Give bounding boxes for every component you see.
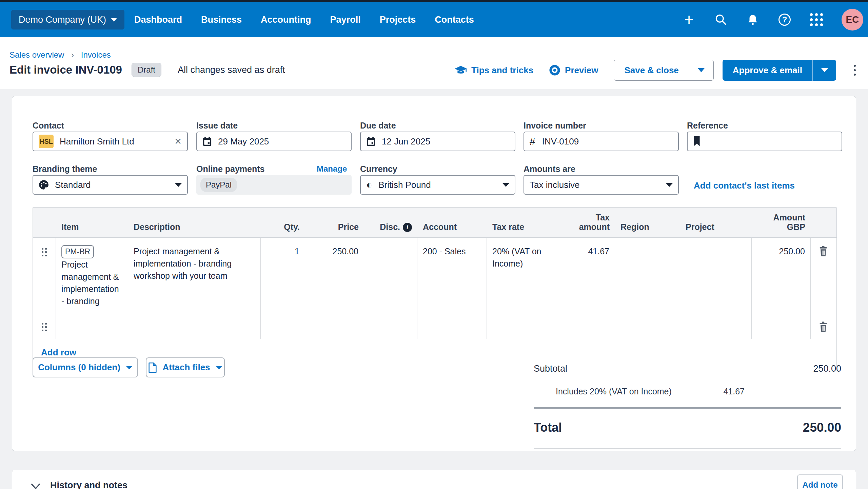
account-cell[interactable]: [417, 315, 487, 339]
save-options-dropdown[interactable]: [689, 60, 713, 80]
price-cell[interactable]: [305, 315, 364, 339]
info-icon[interactable]: i: [403, 223, 412, 232]
nav-contacts[interactable]: Contacts: [435, 15, 474, 25]
currency-value: British Pound: [378, 180, 431, 190]
issue-date-label: Issue date: [196, 121, 238, 131]
manage-payments-link[interactable]: Manage: [317, 164, 347, 174]
invoice-number-field[interactable]: # INV-0109: [524, 132, 679, 151]
notifications-icon[interactable]: [746, 13, 760, 26]
save-and-close-button[interactable]: Save & close: [614, 60, 689, 80]
tax-amount-cell[interactable]: [562, 315, 615, 339]
chevron-down-icon: [111, 18, 117, 22]
more-options-kebab-menu[interactable]: [852, 63, 858, 78]
table-row-empty: [33, 315, 836, 339]
nav-business[interactable]: Business: [201, 15, 242, 25]
region-cell[interactable]: [615, 315, 680, 339]
discount-header: Disc. i: [364, 208, 417, 237]
currency-select[interactable]: ◐ British Pound: [360, 175, 515, 195]
reference-field[interactable]: [687, 132, 842, 151]
breadcrumb-sales-overview[interactable]: Sales overview: [9, 50, 64, 59]
item-name: Project management & implementation - br…: [61, 260, 119, 306]
drag-handle[interactable]: [33, 238, 56, 315]
discount-header-label: Disc.: [380, 222, 400, 232]
nav-projects[interactable]: Projects: [380, 15, 416, 25]
project-cell[interactable]: [680, 315, 752, 339]
invoice-number-label: Invoice number: [524, 121, 586, 131]
totals-bottom-rule: [534, 448, 841, 449]
branding-theme-select[interactable]: Standard: [33, 175, 188, 195]
add-row-link[interactable]: Add row: [41, 347, 76, 357]
account-cell[interactable]: 200 - Sales: [417, 238, 487, 315]
region-cell[interactable]: [615, 238, 680, 315]
autosave-status: All changes saved as draft: [178, 65, 285, 75]
chevron-down-icon: [502, 183, 509, 187]
tips-label: Tips and tricks: [471, 65, 533, 76]
attach-files-button[interactable]: Attach files: [146, 357, 225, 377]
add-note-button[interactable]: Add note: [797, 474, 843, 489]
item-cell[interactable]: [56, 315, 128, 339]
columns-button[interactable]: Columns (0 hidden): [33, 357, 138, 377]
page-header: Sales overview › Invoices Edit invoice I…: [0, 37, 868, 89]
drag-handle[interactable]: [33, 315, 56, 339]
breadcrumb-invoices[interactable]: Invoices: [81, 50, 111, 59]
totals-section: Subtotal 250.00 Includes 20% (VAT on Inc…: [534, 364, 841, 449]
nav-dashboard[interactable]: Dashboard: [134, 15, 182, 25]
discount-cell[interactable]: [364, 238, 417, 315]
description-cell[interactable]: Project management & implementation - br…: [128, 238, 261, 315]
clear-contact-icon[interactable]: ✕: [174, 136, 182, 147]
apps-grid-icon[interactable]: [810, 13, 823, 26]
chevron-down-icon: [666, 183, 673, 187]
qty-cell[interactable]: 1: [261, 238, 305, 315]
create-new-icon[interactable]: +: [682, 13, 696, 26]
contact-value: Hamilton Smith Ltd: [60, 136, 134, 147]
bookmark-icon: [693, 136, 701, 146]
delete-column-header: [811, 208, 836, 237]
chevron-down-icon: [175, 183, 182, 187]
tax-rate-cell[interactable]: 20% (VAT on Income): [487, 238, 562, 315]
qty-cell[interactable]: [261, 315, 305, 339]
delete-row-button[interactable]: [811, 238, 836, 315]
help-icon[interactable]: ?: [778, 13, 791, 26]
project-cell[interactable]: [680, 238, 752, 315]
nav-payroll[interactable]: Payroll: [330, 15, 361, 25]
save-and-close-split-button: Save & close: [614, 60, 713, 81]
paypal-pill[interactable]: PayPal: [200, 178, 237, 192]
discount-cell[interactable]: [364, 315, 417, 339]
topbar-icons: + ? EC: [682, 2, 863, 37]
page-title: Edit invoice INV-0109: [9, 63, 122, 76]
avatar[interactable]: EC: [842, 9, 863, 31]
amount-cell[interactable]: 250.00: [752, 238, 811, 315]
subtotal-value: 250.00: [813, 364, 841, 374]
due-date-field[interactable]: 12 Jun 2025: [360, 132, 515, 151]
approve-and-email-button[interactable]: Approve & email: [723, 60, 812, 81]
chevron-down-icon: [821, 68, 828, 72]
approve-options-dropdown[interactable]: [812, 60, 836, 81]
amounts-are-select[interactable]: Tax inclusive: [524, 175, 679, 195]
description-cell[interactable]: [128, 315, 261, 339]
org-selector-button[interactable]: Demo Company (UK): [11, 10, 124, 30]
item-cell[interactable]: PM-BRProject management & implementation…: [56, 238, 128, 315]
account-header: Account: [417, 208, 487, 237]
tax-amount-cell[interactable]: 41.67: [562, 238, 615, 315]
preview-button[interactable]: Preview: [549, 64, 598, 76]
issue-date-field[interactable]: 29 May 2025: [196, 132, 352, 151]
tax-rate-cell[interactable]: [487, 315, 562, 339]
expand-collapse-chevron-icon[interactable]: [30, 482, 41, 489]
contact-field[interactable]: HSL Hamilton Smith Ltd ✕: [33, 132, 188, 151]
online-payments-label: Online payments: [196, 164, 264, 174]
nav-accounting[interactable]: Accounting: [261, 15, 311, 25]
calendar-icon: [202, 136, 212, 146]
tips-and-tricks-button[interactable]: Tips and tricks: [455, 65, 533, 76]
tax-rate-header: Tax rate: [487, 208, 562, 237]
palette-icon: [39, 180, 49, 190]
price-cell[interactable]: 250.00: [305, 238, 364, 315]
breadcrumb: Sales overview › Invoices: [9, 50, 111, 60]
add-note-label: Add note: [803, 480, 838, 489]
delete-row-button[interactable]: [811, 315, 836, 339]
search-icon[interactable]: [714, 13, 728, 26]
trash-icon: [818, 246, 828, 257]
attach-files-label: Attach files: [162, 362, 210, 373]
add-contacts-last-items-link[interactable]: Add contact's last items: [694, 180, 795, 191]
amount-cell[interactable]: [752, 315, 811, 339]
breadcrumb-separator: ›: [71, 50, 74, 59]
